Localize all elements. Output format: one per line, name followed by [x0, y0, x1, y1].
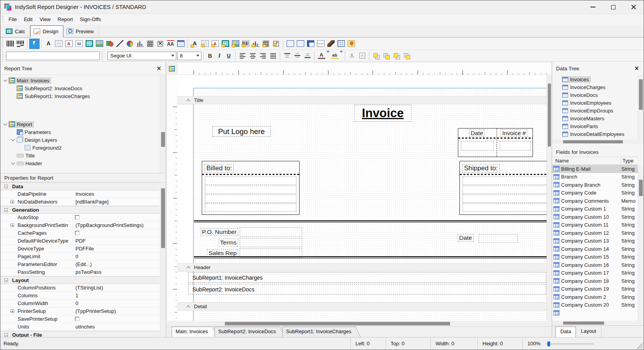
align-right-button[interactable]: [258, 51, 268, 61]
property-row[interactable]: Output - File: [0, 331, 160, 337]
collapse-band-icon[interactable]: [187, 266, 190, 269]
align-center-button[interactable]: [248, 51, 258, 61]
region-tool[interactable]: [285, 39, 295, 49]
menu-item[interactable]: Report: [54, 15, 76, 24]
property-row[interactable]: ColumnWidth 0: [0, 300, 160, 307]
address-line-field[interactable]: [205, 186, 296, 194]
bring-to-front-button[interactable]: [371, 51, 381, 61]
property-row[interactable]: SavePrinterSetup: [0, 315, 160, 323]
property-row[interactable]: Columns 1: [0, 292, 160, 300]
property-row[interactable]: DefaultFileDeviceType PDF: [0, 237, 160, 245]
chevron-down-icon[interactable]: [3, 121, 8, 127]
data-tree-node[interactable]: Invoices: [552, 75, 644, 83]
chevron-down-icon[interactable]: [340, 53, 343, 59]
align-left-button[interactable]: [237, 51, 248, 61]
label-tool[interactable]: A: [43, 39, 54, 49]
data-tree-hscrollbar[interactable]: [552, 139, 644, 144]
italic-button[interactable]: I: [215, 51, 224, 61]
report-tree-node[interactable]: Header: [0, 159, 166, 167]
chevron-down-icon[interactable]: [11, 137, 16, 143]
expand-toggle-icon[interactable]: [4, 279, 8, 282]
date-header-cell[interactable]: Date: [458, 129, 495, 138]
calc-tool[interactable]: [84, 39, 94, 49]
address-line-field[interactable]: [205, 177, 296, 185]
Company Custom 15[interactable]: Company Custom 15 String: [552, 253, 638, 261]
report-tree-node[interactable]: Report: [0, 120, 166, 128]
sales-rep-label[interactable]: Sales Rep: [193, 249, 238, 257]
subreport2-element[interactable]: SubReport2: InvoiceDocs: [188, 284, 546, 295]
pagebreak-tool[interactable]: [316, 39, 326, 49]
canvas-horizontal-scrollbar[interactable]: [177, 321, 552, 326]
report-page-tab[interactable]: SubReport2: InvoiceDocs: [214, 327, 285, 337]
property-row[interactable]: BackgroundPrintSettin (TppBackgroundPrin…: [0, 221, 160, 229]
Company Custom 20[interactable]: Company Custom 20 String: [552, 301, 638, 309]
Company Code[interactable]: Company Code String: [552, 189, 638, 197]
text-autosize-tool[interactable]: AA: [165, 39, 176, 49]
expand-toggle-icon[interactable]: [11, 223, 14, 227]
Company Custom 19[interactable]: Company Custom 19 String: [552, 285, 638, 293]
data-tree-vscrollbar[interactable]: [638, 75, 644, 139]
Company Custom 2[interactable]: Company Custom 2 String: [552, 293, 638, 301]
anchor-button[interactable]: ⚓: [347, 51, 357, 61]
menu-item[interactable]: Edit: [20, 15, 36, 24]
invoice-number-header-cell[interactable]: Invoice #: [495, 129, 533, 138]
property-row[interactable]: PrinterSetup (TppPrinterSetup): [0, 307, 160, 315]
property-row[interactable]: AutoStop: [0, 214, 160, 221]
report-page-tab[interactable]: SubReport1: InvoiceCharges: [282, 327, 361, 337]
line-tool[interactable]: [115, 39, 125, 49]
detail-band-bar[interactable]: Detail: [177, 302, 547, 311]
chevron-down-icon[interactable]: [11, 161, 16, 166]
data-tree-node[interactable]: InvoiceDocs: [552, 91, 644, 99]
shipped-to-label[interactable]: Shipped to:: [462, 164, 500, 173]
grid-tool[interactable]: [336, 39, 346, 49]
property-row[interactable]: PageLimit 0: [0, 253, 160, 261]
crosstab-tool[interactable]: [305, 39, 316, 49]
zoom-slider[interactable]: [546, 341, 594, 346]
address-line-field[interactable]: [463, 195, 547, 203]
title-band-bar[interactable]: Title: [177, 96, 547, 104]
Company Custom 13[interactable]: Company Custom 13 String: [552, 237, 638, 245]
dbcalc-tool[interactable]: [220, 39, 230, 49]
property-row[interactable]: DataPipeline Invoices: [0, 190, 160, 198]
highlight-color-button[interactable]: ab: [330, 51, 340, 61]
bold-button[interactable]: B: [205, 51, 215, 61]
separator-line[interactable]: [194, 256, 547, 259]
checkbox-unchecked-icon[interactable]: [75, 231, 79, 235]
dbimage-tool[interactable]: [230, 39, 240, 49]
property-row[interactable]: ColumnPositions (TStringList): [0, 284, 160, 292]
address-line-field[interactable]: [205, 204, 296, 212]
invoice-number-value-field[interactable]: [500, 141, 531, 150]
chevron-down-icon[interactable]: [3, 78, 8, 83]
checkbox-tool[interactable]: [155, 39, 165, 49]
date-value-field[interactable]: [461, 141, 494, 150]
collapse-band-icon[interactable]: [187, 98, 190, 102]
valign-top-button[interactable]: [282, 51, 292, 61]
property-row[interactable]: NoDataBehaviors [ndBlankPage]: [0, 198, 160, 206]
font-color-button[interactable]: A: [316, 51, 326, 61]
canvas-vertical-scrollbar[interactable]: [547, 75, 552, 321]
Billing E-Mail[interactable]: Billing E-Mail String: [552, 165, 638, 173]
barcode-2d-tool-left[interactable]: [15, 39, 25, 49]
properties-scrollbar[interactable]: [160, 182, 166, 337]
close-panel-icon[interactable]: [633, 65, 640, 72]
property-row[interactable]: PassSetting psTwoPass: [0, 268, 160, 276]
Branch[interactable]: Branch String: [552, 173, 638, 181]
image-tool[interactable]: [94, 39, 104, 49]
shipped-to-box[interactable]: Shipped to:: [459, 161, 547, 215]
report-tree-node[interactable]: Foreground2: [0, 144, 166, 152]
address-line-field[interactable]: [463, 186, 547, 194]
address-line-field[interactable]: [463, 204, 547, 212]
dbchart-tool[interactable]: [251, 39, 261, 49]
Company Custom 11[interactable]: Company Custom 11 String: [552, 221, 638, 229]
menu-item[interactable]: File: [5, 15, 20, 24]
billed-to-box[interactable]: Billed to:: [202, 161, 300, 215]
dbrichtext-tool[interactable]: A: [210, 39, 220, 49]
terms-field[interactable]: [240, 238, 302, 247]
Company Custom 16[interactable]: Company Custom 16 String: [552, 261, 638, 269]
tab-layout[interactable]: Layout: [576, 326, 601, 337]
property-row[interactable]: Units utInches: [0, 323, 160, 331]
Company Custom 12[interactable]: Company Custom 12 String: [552, 229, 638, 237]
date-invoice-table[interactable]: Date Invoice #: [458, 128, 533, 157]
property-row[interactable]: Generation: [0, 206, 160, 214]
property-row[interactable]: DeviceType PDFFile: [0, 245, 160, 253]
